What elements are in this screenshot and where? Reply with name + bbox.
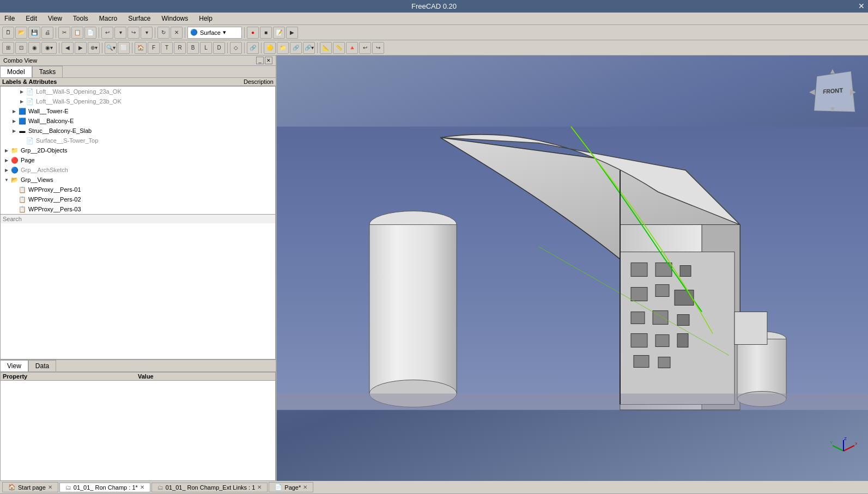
sep5 [244,27,245,38]
tab-model[interactable]: Model [0,66,32,77]
link-dd[interactable]: 🔗▾ [303,42,315,54]
start-page-icon: 🏠 [8,484,16,491]
redo-button[interactable]: ↪ [128,27,139,39]
new-button[interactable]: 🗒 [2,27,14,39]
start-page-close[interactable]: ✕ [48,484,52,490]
tab-view[interactable]: View [0,360,28,371]
view-left[interactable]: L [200,42,212,54]
view-top[interactable]: T [161,42,173,54]
close-button[interactable]: ✕ [858,2,865,10]
tree-item-wpproxy-pers-01[interactable]: 📋WPProxy__Pers-01 [1,185,275,194]
tab-ron-champ-1[interactable]: 🗂 01_01_ Ron Champ : 1* ✕ [59,483,150,492]
menu-item-view[interactable]: View [46,14,64,23]
workbench-dropdown[interactable]: 🔵 Surface ▾ [187,27,242,39]
mat-btn[interactable]: 🟡 [264,42,276,54]
save-button[interactable]: 💾 [28,27,40,39]
zoom-dd[interactable]: 🔍▾ [105,42,117,54]
layer-btn[interactable]: 📁 [277,42,289,54]
view-front[interactable]: F [148,42,160,54]
page-tab-label: Page* [284,484,301,491]
refresh-button[interactable]: ↻ [157,27,169,39]
copy-button[interactable]: 📋 [71,27,83,39]
tab-start-page[interactable]: 🏠 Start page ✕ [2,482,58,492]
tree-search-input[interactable] [1,214,275,223]
fit-all-button[interactable]: ⊞ [2,42,14,54]
view-menu-button[interactable]: ⊕▾ [88,42,100,54]
nav-arrow-down[interactable]: ▼ [829,105,836,113]
tab-page[interactable]: 📄 Page* ✕ [269,482,313,492]
ron-champ-ext-close[interactable]: ✕ [257,484,262,490]
open-button[interactable]: 📂 [15,27,27,39]
toolbar-view: ⊞ ⊡ ◉ ◉▾ ◀ ▶ ⊕▾ 🔍▾ ⬜ 🏠 F T R B L D ◇ 🔗 🟡… [0,40,868,56]
undo-button[interactable]: ↩ [101,27,113,39]
tab-data[interactable]: Data [28,360,56,371]
undo-dropdown[interactable]: ▾ [114,27,126,39]
back1[interactable]: ↩ [359,42,371,54]
combo-view-minimize[interactable]: _ [256,57,264,64]
tab-ron-champ-ext[interactable]: 🗂 01_01_ Ron Champ_Ext Links : 1 ✕ [151,483,268,492]
nav-fwd-button[interactable]: ▶ [75,42,87,54]
tree-items: ▶📄Loft__Wall-S_Opening_23a_OK▶📄Loft__Wal… [1,87,275,214]
combo-view-close[interactable]: ✕ [265,57,272,64]
viewport[interactable]: ▲ FRONT ▼ ◀ ▶ X Y Z [277,56,868,481]
fit-sel-button[interactable]: ⊡ [15,42,27,54]
fwd1[interactable]: ↪ [372,42,384,54]
record-button[interactable]: ● [247,27,259,39]
menu-item-help[interactable]: Help [197,14,215,23]
tree-item-struc-balcony-e-slab[interactable]: ▶▬Struc__Balcony-E_Slab [1,126,275,136]
tree-item-grp-2d-objects[interactable]: ▶📁Grp__2D-Objects [1,145,275,155]
tab-tasks[interactable]: Tasks [32,66,63,77]
stop-macro-button[interactable]: ■ [260,27,272,39]
measure2[interactable]: 📏 [333,42,345,54]
view-rear[interactable]: B [187,42,199,54]
macro-editor-button[interactable]: 📝 [273,27,285,39]
nav-arrow-right[interactable]: ▶ [850,87,856,96]
play-macro-button[interactable]: ▶ [286,27,298,39]
toolbar-main: 🗒 📂 💾 🖨 ✂ 📋 📄 ↩ ▾ ↪ ▾ ↻ ✕ 🔵 Surface ▾ ● … [0,25,868,40]
tree-item-wpproxy-pers-02[interactable]: 📋WPProxy__Pers-02 [1,194,275,204]
tree-item-loft-wall-s-23a[interactable]: ▶📄Loft__Wall-S_Opening_23a_OK [1,87,275,96]
view-iso[interactable]: ◇ [230,42,242,54]
view-right[interactable]: R [174,42,186,54]
link-btn[interactable]: 🔗 [290,42,302,54]
snap-btn[interactable]: 🔗 [247,42,259,54]
tree-item-grp-archsketch[interactable]: ▶🔵Grp__ArchSketch [1,165,275,175]
view-bottom[interactable]: D [213,42,225,54]
measure1[interactable]: 📐 [320,42,332,54]
sep9 [227,42,228,53]
tree-item-loft-wall-s-23b[interactable]: ▶📄Loft__Wall-S_Opening_23b_OK [1,96,275,106]
tree-item-grp-views[interactable]: ▼📂Grp__Views [1,175,275,185]
tree-item-wall-tower-e[interactable]: ▶🟦Wall__Tower-E [1,106,275,116]
menu-item-macro[interactable]: Macro [97,14,119,23]
redo-dropdown[interactable]: ▾ [141,27,153,39]
tree-area[interactable]: ▶📄Loft__Wall-S_Opening_23a_OK▶📄Loft__Wal… [0,86,276,359]
tree-item-page[interactable]: ▶🔴Page [1,155,275,165]
stop-button[interactable]: ✕ [171,27,183,39]
nav-arrow-left[interactable]: ◀ [809,87,815,96]
svg-rect-26 [277,394,868,410]
draw-style-button[interactable]: ◉ [28,42,40,54]
menu-item-windows[interactable]: Windows [160,14,191,23]
nav-back-button[interactable]: ◀ [62,42,74,54]
page-tab-close[interactable]: ✕ [303,484,307,490]
cut-button[interactable]: ✂ [58,27,70,39]
paste-button[interactable]: 📄 [84,27,96,39]
sep4 [185,27,185,38]
tree-header: Labels & Attributes Description [0,78,276,86]
view-home[interactable]: 🏠 [135,42,147,54]
std-view-btn[interactable]: ⬜ [118,42,130,54]
svg-rect-20 [658,357,670,368]
menu-item-edit[interactable]: Edit [23,14,39,23]
ron-champ-1-label: 01_01_ Ron Champ : 1* [74,484,138,491]
tree-item-wall-balcony-e[interactable]: ▶🟦Wall__Balcony-E [1,116,275,126]
tree-item-wpproxy-pers-03[interactable]: 📋WPProxy__Pers-03 [1,204,275,214]
ron-champ-1-close[interactable]: ✕ [140,484,144,490]
tree-item-surface-s-tower-top[interactable]: 📄Surface__S-Tower_Top [1,136,275,145]
menu-item-file[interactable]: File [2,14,17,23]
measure3[interactable]: 🔺 [346,42,358,54]
print-button[interactable]: 🖨 [41,27,53,39]
draw-style-dd[interactable]: ◉▾ [41,42,57,54]
menu-item-tools[interactable]: Tools [71,14,90,23]
start-page-label: Start page [18,484,46,491]
menu-item-surface[interactable]: Surface [126,14,153,23]
